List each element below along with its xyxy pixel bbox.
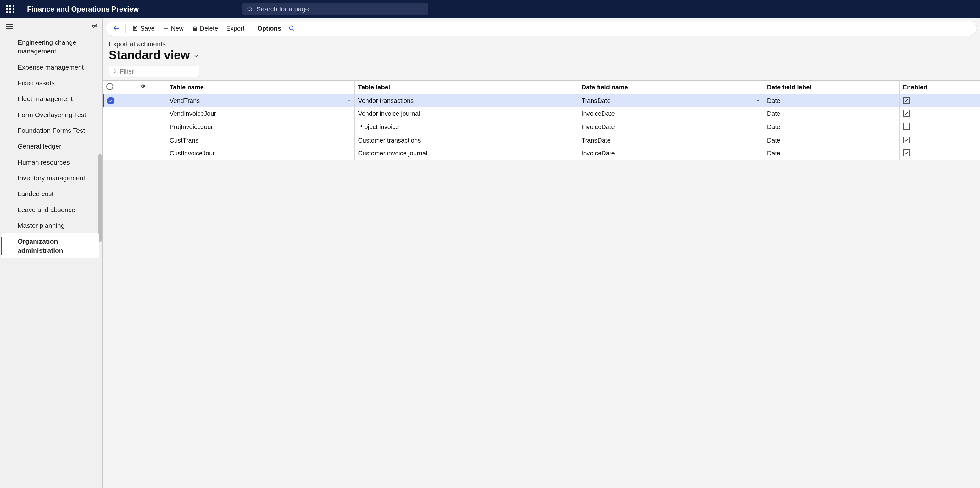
- nav-item[interactable]: Organization administration: [1, 233, 99, 258]
- grid-filter-input[interactable]: [120, 68, 196, 75]
- cell-date-field-name[interactable]: InvoiceDate: [578, 107, 764, 120]
- cell-date-field-label: Date: [764, 94, 899, 107]
- cell-table-label: Customer invoice journal: [355, 147, 578, 160]
- save-button[interactable]: Save: [128, 23, 159, 34]
- svg-line-1: [251, 10, 252, 11]
- nav-item[interactable]: Form Overlayering Test: [0, 107, 102, 123]
- app-launcher-icon[interactable]: [5, 3, 16, 15]
- table-row[interactable]: CustInvoiceJourCustomer invoice journalI…: [103, 147, 980, 160]
- cell-enabled[interactable]: [899, 107, 980, 120]
- cell-table-label: Vendor transactions: [355, 94, 578, 107]
- row-blank: [137, 147, 166, 160]
- svg-rect-4: [134, 29, 137, 30]
- nav-item[interactable]: Fleet management: [0, 91, 102, 107]
- cell-enabled[interactable]: [899, 94, 980, 107]
- nav-item[interactable]: Expense management: [0, 59, 102, 75]
- nav-item[interactable]: Fixed assets: [0, 75, 102, 91]
- svg-point-11: [113, 70, 116, 73]
- search-icon: [112, 69, 117, 74]
- pin-icon[interactable]: [91, 22, 98, 30]
- cell-table-label: Vendor invoice journal: [355, 107, 578, 120]
- app-header: Finance and Operations Preview: [0, 0, 980, 18]
- cell-date-field-label: Date: [764, 120, 899, 134]
- cell-date-field-name[interactable]: InvoiceDate: [578, 120, 764, 134]
- app-title: Finance and Operations Preview: [27, 5, 139, 14]
- table-row[interactable]: CustTransCustomer transactionsTransDateD…: [103, 134, 980, 147]
- svg-point-9: [290, 26, 293, 30]
- view-name: Standard view: [109, 48, 190, 62]
- row-blank: [137, 107, 166, 120]
- nav-item[interactable]: Human resources: [0, 155, 102, 170]
- actionbar-search-button[interactable]: [286, 23, 298, 33]
- cell-date-field-label: Date: [764, 107, 899, 120]
- export-label: Export: [226, 25, 244, 32]
- cell-table-label: Customer transactions: [355, 134, 578, 147]
- chevron-down-icon[interactable]: [346, 97, 351, 104]
- cell-date-field-name[interactable]: InvoiceDate: [578, 147, 764, 160]
- svg-line-10: [293, 29, 294, 30]
- svg-rect-3: [134, 26, 137, 27]
- save-label: Save: [140, 25, 155, 32]
- row-blank: [137, 134, 166, 147]
- nav-item[interactable]: Foundation Forms Test: [0, 123, 102, 139]
- cell-enabled[interactable]: [899, 147, 980, 160]
- delete-button[interactable]: Delete: [188, 23, 222, 34]
- row-select[interactable]: [103, 134, 137, 147]
- page-heading: Export attachments Standard view: [103, 36, 980, 65]
- action-bar: Save New Delete Export Options: [106, 21, 977, 36]
- chevron-down-icon[interactable]: [756, 97, 760, 104]
- search-icon: [289, 25, 295, 32]
- nav-item[interactable]: Engineering change management: [0, 35, 102, 59]
- row-select[interactable]: [103, 147, 137, 160]
- back-button[interactable]: [110, 23, 123, 33]
- table-row[interactable]: VendTransVendor transactionsTransDateDat…: [103, 94, 980, 107]
- nav-item[interactable]: Inventory management: [0, 170, 102, 186]
- data-grid: Table name Table label Date field name D…: [103, 80, 980, 160]
- cell-table-name[interactable]: ProjInvoiceJour: [166, 120, 355, 134]
- view-selector-button[interactable]: [193, 53, 199, 61]
- nav-scrollbar[interactable]: [99, 154, 102, 242]
- global-search-input[interactable]: [256, 5, 424, 13]
- nav-collapse-button[interactable]: [6, 24, 13, 29]
- grid-filter[interactable]: [109, 66, 199, 77]
- col-enabled[interactable]: Enabled: [899, 81, 980, 94]
- cell-enabled[interactable]: [899, 120, 980, 134]
- row-select[interactable]: [103, 107, 137, 120]
- cell-date-field-label: Date: [764, 147, 899, 160]
- cell-enabled[interactable]: [899, 134, 980, 147]
- svg-point-0: [248, 7, 251, 11]
- col-select-all[interactable]: [103, 81, 137, 94]
- cell-table-name[interactable]: VendInvoiceJour: [166, 107, 355, 120]
- cell-date-field-name[interactable]: TransDate: [578, 94, 764, 107]
- col-refresh[interactable]: [137, 81, 166, 94]
- row-blank: [137, 94, 166, 107]
- cell-table-name[interactable]: CustTrans: [166, 134, 355, 147]
- cell-table-name[interactable]: CustInvoiceJour: [166, 147, 355, 160]
- nav-item[interactable]: Landed cost: [0, 186, 102, 202]
- col-table-name[interactable]: Table name: [166, 81, 355, 94]
- cell-table-name[interactable]: VendTrans: [166, 94, 355, 107]
- nav-item[interactable]: Leave and absence: [0, 202, 102, 218]
- table-row[interactable]: ProjInvoiceJourProject invoiceInvoiceDat…: [103, 120, 980, 134]
- row-select[interactable]: [103, 120, 137, 134]
- col-date-field-label[interactable]: Date field label: [764, 81, 899, 94]
- row-select[interactable]: [103, 94, 137, 107]
- new-label: New: [171, 25, 184, 32]
- export-button[interactable]: Export: [222, 23, 248, 34]
- col-table-label[interactable]: Table label: [355, 81, 578, 94]
- global-search[interactable]: [242, 3, 428, 16]
- new-button[interactable]: New: [159, 23, 188, 34]
- svg-line-12: [115, 72, 116, 73]
- cell-date-field-name[interactable]: TransDate: [578, 134, 764, 147]
- nav-item[interactable]: General ledger: [0, 139, 102, 154]
- search-icon: [247, 6, 253, 12]
- nav-pane: Engineering change managementExpense man…: [0, 18, 103, 488]
- col-date-field-name[interactable]: Date field name: [578, 81, 764, 94]
- delete-label: Delete: [200, 25, 218, 32]
- table-row[interactable]: VendInvoiceJourVendor invoice journalInv…: [103, 107, 980, 120]
- cell-date-field-label: Date: [764, 134, 899, 147]
- nav-item[interactable]: Master planning: [0, 218, 102, 233]
- row-blank: [137, 120, 166, 134]
- page-subtitle: Export attachments: [109, 40, 980, 48]
- options-button[interactable]: Options: [253, 23, 285, 34]
